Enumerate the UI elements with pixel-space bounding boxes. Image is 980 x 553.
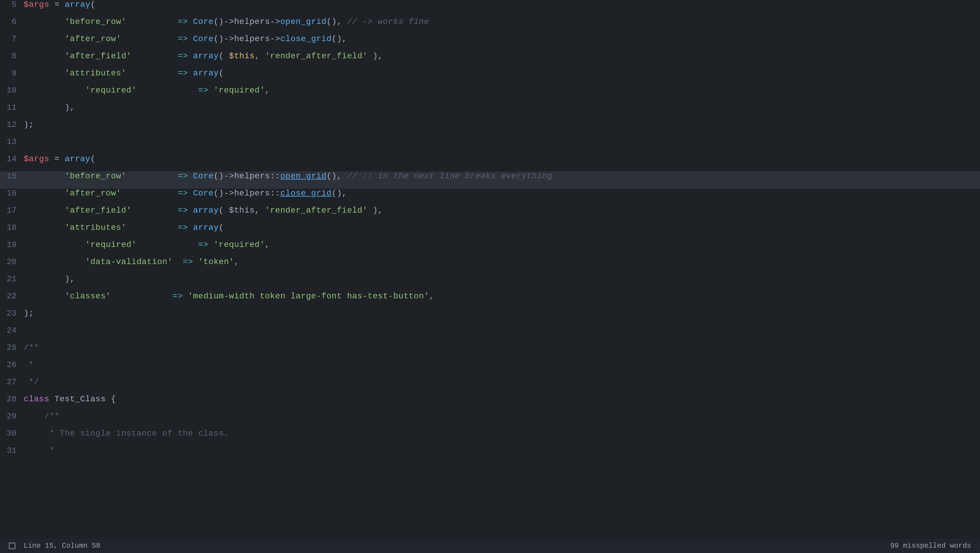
token: close_grid [280,34,332,43]
token: ( [219,69,224,78]
line-number: 9 [0,69,24,78]
line-number: 6 [0,17,24,26]
token: , [265,240,270,249]
code-line-7: 7 'after_row' => Core()->helpers->close_… [0,34,980,51]
token: array [193,51,219,61]
line-number: 7 [0,34,24,43]
token: ()-> [213,172,234,181]
token: array [193,69,219,78]
token: => [178,17,188,26]
token: $args [24,155,49,164]
token: /** [24,343,39,352]
token: 'attributes' [65,69,126,78]
token [193,257,198,266]
token [188,172,193,181]
code-line-6: 6 'before_row' => Core()->helpers->open_… [0,17,980,34]
status-bar-left: Line 15, Column 58 [9,542,100,550]
token: Core [193,34,213,43]
token: => [178,34,188,43]
code-line-15: 15 'before_row' => Core()->helpers::open… [0,172,980,189]
token [24,240,85,249]
token: => [178,172,188,181]
token [173,257,183,266]
line-content: 'after_row' => Core()->helpers->close_gr… [24,34,980,43]
token: { [111,395,116,404]
line-content: 'attributes' => array( [24,223,980,232]
token [24,51,65,61]
token: 'after_field' [65,206,132,215]
token: * The single instance [24,429,162,438]
token: the class. [173,429,229,438]
code-line-30: 30 * The single instance of the class. [0,429,980,446]
token: array [193,206,219,215]
line-content: 'before_row' => Core()->helpers::open_gr… [24,172,980,181]
token: // -> works fine [342,17,429,26]
code-line-12: 12); [0,120,980,137]
code-line-31: 31 * [0,446,980,463]
token: (), [326,17,342,26]
token: => [178,223,188,232]
misspelled-words-count: 99 misspelled words [890,542,971,550]
token [111,292,172,301]
token [24,274,65,284]
token [137,240,198,249]
token: 'before_row' [65,17,126,26]
token: 'render_after_field' [265,206,368,215]
code-editor: 5$args = array(6 'before_row' => Core()-… [0,0,980,553]
token [24,189,65,198]
token: Test_Class [49,395,111,404]
line-content: $args = array( [24,0,980,9]
token: => [178,69,188,78]
token: 'after_row' [65,189,121,198]
token [126,69,178,78]
token [126,17,178,26]
token [24,103,65,112]
line-content: ), [24,103,980,112]
line-content: */ [24,377,980,387]
token: => [178,189,188,198]
code-line-16: 16 'after_row' => Core()->helpers::close… [0,189,980,206]
token: :: [270,172,280,181]
line-number: 20 [0,257,24,266]
token [188,34,193,43]
token: , [255,51,265,61]
token: => [198,86,208,95]
code-line-20: 20 'data-validation' => 'token', [0,257,980,274]
token [183,292,188,301]
token: => [198,240,208,249]
token: => [183,257,193,266]
line-number: 16 [0,189,24,198]
token: => [178,206,188,215]
line-number: 15 [0,172,24,181]
line-number: 13 [0,137,24,147]
code-line-21: 21 ), [0,274,980,292]
token: :: [270,189,280,198]
token [24,412,44,421]
token: Core [193,189,213,198]
token: ), [368,206,383,215]
token [24,257,85,266]
line-number: 24 [0,326,24,335]
token [24,223,65,232]
code-line-27: 27 */ [0,377,980,395]
line-content: /** [24,343,980,352]
token: 'medium-width token large-font has-test-… [188,292,429,301]
token [208,86,213,95]
token [24,34,65,43]
line-number: 28 [0,395,24,404]
token [208,240,213,249]
token: class [24,395,49,404]
token [132,51,178,61]
token: $args [24,0,49,9]
code-line-29: 29 /** [0,412,980,429]
code-line-9: 9 'attributes' => array( [0,69,980,86]
line-number: 10 [0,86,24,95]
token [188,189,193,198]
line-number: 23 [0,309,24,318]
code-line-13: 13 [0,137,980,155]
token: 'classes' [65,292,111,301]
token: , [265,86,270,95]
token: (), [332,189,347,198]
code-content: 5$args = array(6 'before_row' => Core()-… [0,0,980,538]
token: ); [24,120,34,129]
